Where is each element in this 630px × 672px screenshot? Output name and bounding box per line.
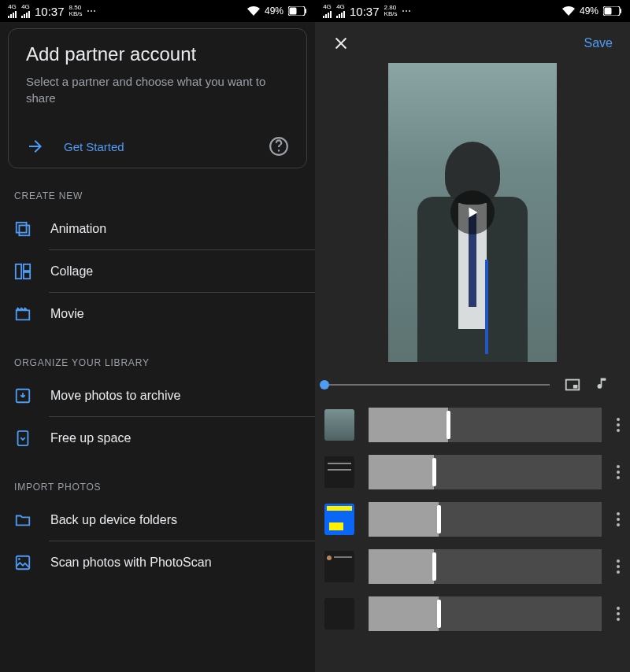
battery-icon bbox=[288, 6, 307, 16]
wifi-icon bbox=[247, 6, 260, 16]
organize-list: Move photos to archive Free up space bbox=[0, 375, 315, 460]
clip-thumbnail[interactable] bbox=[324, 598, 354, 630]
clip-more-icon[interactable] bbox=[616, 607, 621, 621]
clip-trim-slider[interactable] bbox=[369, 455, 602, 489]
clip-trim-slider[interactable] bbox=[369, 502, 602, 537]
get-started-button[interactable]: Get Started bbox=[26, 137, 124, 156]
get-started-label: Get Started bbox=[64, 140, 124, 153]
data-rate: 8.50 KB/s bbox=[69, 5, 83, 17]
status-bar: 4G 4G 10:37 8.50 KB/s ⋯ 49% bbox=[0, 0, 315, 22]
close-button[interactable] bbox=[332, 35, 350, 52]
photoscan-label: Scan photos with PhotoScan bbox=[50, 556, 212, 570]
organize-header: ORGANIZE YOUR LIBRARY bbox=[0, 335, 315, 375]
svg-rect-15 bbox=[620, 9, 621, 13]
wifi-icon bbox=[562, 6, 575, 16]
clip-list bbox=[315, 401, 630, 631]
data-rate: 2.80 KB/s bbox=[384, 5, 398, 17]
trim-handle[interactable] bbox=[432, 552, 436, 581]
more-indicator-icon: ⋯ bbox=[87, 6, 98, 17]
signal-icon-1: 4G bbox=[8, 4, 17, 18]
svg-rect-8 bbox=[24, 272, 30, 279]
clip-more-icon[interactable] bbox=[616, 512, 621, 526]
import-header: IMPORT PHOTOS bbox=[0, 460, 315, 499]
signal-icon-1: 4G bbox=[323, 4, 332, 18]
archive-row[interactable]: Move photos to archive bbox=[0, 375, 315, 417]
collage-row[interactable]: Collage bbox=[0, 250, 315, 293]
create-new-header: CREATE NEW bbox=[0, 168, 315, 208]
clip-row bbox=[324, 455, 621, 489]
movie-row[interactable]: Movie bbox=[0, 293, 315, 335]
seek-slider[interactable] bbox=[324, 384, 550, 386]
save-button[interactable]: Save bbox=[584, 36, 613, 50]
svg-rect-7 bbox=[24, 264, 30, 271]
movie-editor-pane: 4G 4G 10:37 2.80 KB/s ⋯ 49% bbox=[315, 0, 630, 672]
free-space-icon bbox=[14, 430, 32, 447]
card-title: Add partner account bbox=[26, 43, 289, 65]
movie-icon bbox=[14, 305, 32, 323]
collage-icon bbox=[14, 263, 32, 280]
svg-rect-6 bbox=[16, 264, 21, 279]
battery-pct: 49% bbox=[265, 6, 284, 17]
clip-more-icon[interactable] bbox=[616, 465, 621, 479]
collage-label: Collage bbox=[50, 264, 93, 279]
animation-row[interactable]: Animation bbox=[0, 208, 315, 250]
play-button[interactable] bbox=[450, 190, 495, 234]
clip-trim-slider[interactable] bbox=[369, 408, 602, 442]
video-preview[interactable] bbox=[315, 58, 630, 362]
backup-row[interactable]: Back up device folders bbox=[0, 499, 315, 541]
battery-pct: 49% bbox=[580, 6, 598, 17]
photoscan-row[interactable]: Scan photos with PhotoScan bbox=[0, 541, 315, 584]
clip-row bbox=[324, 408, 621, 442]
free-space-label: Free up space bbox=[50, 431, 131, 445]
backup-label: Back up device folders bbox=[50, 513, 177, 527]
movie-label: Movie bbox=[50, 307, 84, 321]
clip-thumbnail[interactable] bbox=[324, 409, 354, 441]
svg-rect-2 bbox=[305, 9, 306, 13]
partner-account-card: Add partner account Select a partner and… bbox=[8, 28, 307, 168]
create-new-list: Animation Collage Movie bbox=[0, 208, 315, 335]
card-subtitle: Select a partner and choose what you wan… bbox=[26, 73, 289, 106]
signal-icon-2: 4G bbox=[21, 4, 30, 18]
svg-rect-5 bbox=[19, 225, 29, 235]
status-time: 10:37 bbox=[35, 5, 65, 18]
svg-rect-1 bbox=[290, 8, 297, 15]
aspect-ratio-icon[interactable] bbox=[564, 376, 581, 393]
photoscan-icon bbox=[14, 554, 32, 571]
animation-label: Animation bbox=[50, 222, 106, 236]
svg-rect-14 bbox=[605, 8, 612, 15]
arrow-right-icon bbox=[26, 137, 45, 156]
trim-handle[interactable] bbox=[432, 458, 436, 486]
status-time: 10:37 bbox=[350, 5, 380, 18]
animation-icon bbox=[14, 220, 32, 238]
clip-thumbnail[interactable] bbox=[324, 504, 354, 535]
folder-icon bbox=[14, 511, 32, 529]
svg-point-12 bbox=[18, 558, 20, 560]
music-note-icon[interactable] bbox=[595, 376, 613, 393]
settings-pane: 4G 4G 10:37 8.50 KB/s ⋯ 49% Add p bbox=[0, 0, 315, 672]
svg-rect-10 bbox=[18, 431, 28, 445]
status-bar-right: 4G 4G 10:37 2.80 KB/s ⋯ 49% bbox=[315, 0, 630, 22]
trim-handle[interactable] bbox=[437, 505, 441, 534]
clip-thumbnail[interactable] bbox=[324, 456, 354, 488]
clip-trim-slider[interactable] bbox=[369, 549, 602, 584]
signal-icon-2: 4G bbox=[336, 4, 345, 18]
import-list: Back up device folders Scan photos with … bbox=[0, 499, 315, 584]
trim-handle[interactable] bbox=[437, 600, 441, 628]
clip-row bbox=[324, 549, 621, 584]
clip-more-icon[interactable] bbox=[616, 418, 621, 432]
svg-rect-11 bbox=[17, 556, 30, 570]
seek-thumb[interactable] bbox=[320, 380, 329, 390]
help-icon[interactable] bbox=[269, 136, 289, 157]
trim-handle[interactable] bbox=[447, 411, 450, 439]
clip-trim-slider[interactable] bbox=[369, 596, 602, 631]
clip-thumbnail[interactable] bbox=[324, 551, 354, 582]
clip-row bbox=[324, 502, 621, 537]
clip-row bbox=[324, 596, 621, 631]
svg-rect-17 bbox=[573, 385, 578, 389]
free-space-row[interactable]: Free up space bbox=[0, 417, 315, 460]
battery-icon bbox=[603, 6, 622, 16]
more-indicator-icon: ⋯ bbox=[402, 6, 413, 17]
archive-icon bbox=[14, 387, 32, 404]
archive-label: Move photos to archive bbox=[50, 389, 180, 403]
clip-more-icon[interactable] bbox=[616, 559, 621, 574]
